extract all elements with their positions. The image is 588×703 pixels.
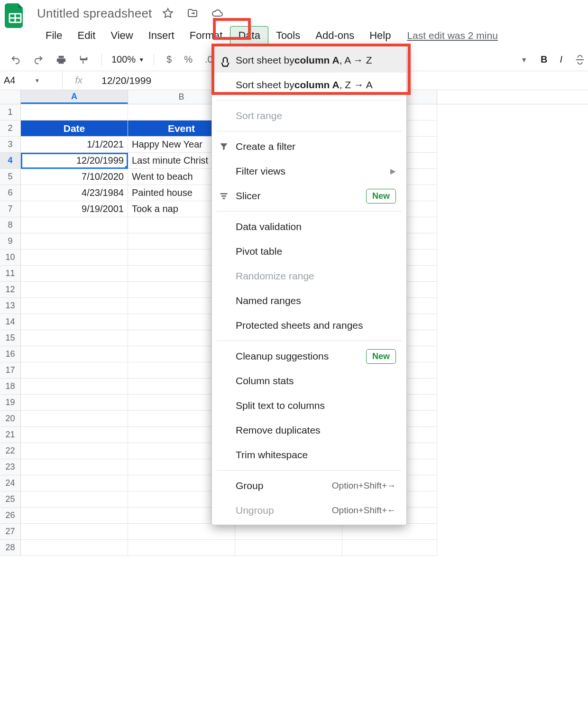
menu-cleanup-suggestions[interactable]: Cleanup suggestionsNew: [212, 344, 406, 369]
menu-data-validation[interactable]: Data validation: [212, 214, 406, 239]
sheets-logo[interactable]: [5, 3, 26, 28]
menu-pivot-table[interactable]: Pivot table: [212, 239, 406, 264]
menu-addons[interactable]: Add-ons: [308, 27, 362, 45]
cell[interactable]: [21, 491, 128, 508]
cell[interactable]: [128, 540, 235, 556]
cell[interactable]: [21, 508, 128, 524]
strike-button[interactable]: [572, 53, 588, 67]
row-header[interactable]: 8: [0, 217, 21, 233]
row-header[interactable]: 19: [0, 395, 21, 411]
row-header[interactable]: 14: [0, 314, 21, 330]
menu-filter-views[interactable]: Filter views▶: [212, 159, 406, 184]
italic-button[interactable]: I: [557, 52, 565, 67]
select-all-corner[interactable]: [0, 90, 21, 104]
menu-create-filter[interactable]: Create a filter: [212, 134, 406, 159]
zoom-select[interactable]: 100%▼: [111, 54, 144, 65]
cell[interactable]: 7/10/2020: [21, 169, 128, 185]
cell[interactable]: [21, 314, 128, 330]
cloud-status-icon[interactable]: [211, 8, 224, 19]
percent-button[interactable]: %: [181, 52, 195, 67]
row-header[interactable]: 28: [0, 540, 21, 556]
undo-button[interactable]: [8, 53, 24, 67]
move-folder-icon[interactable]: [187, 8, 198, 19]
menu-remove-duplicates[interactable]: Remove duplicates: [212, 418, 406, 443]
row-header[interactable]: 6: [0, 185, 21, 201]
row-header[interactable]: 13: [0, 298, 21, 314]
cell[interactable]: [342, 540, 437, 556]
menu-named-ranges[interactable]: Named ranges: [212, 288, 406, 313]
row-header[interactable]: 27: [0, 524, 21, 540]
row-header[interactable]: 15: [0, 330, 21, 346]
row-header[interactable]: 22: [0, 443, 21, 459]
menu-column-stats[interactable]: Column stats: [212, 369, 406, 393]
cell[interactable]: Date: [21, 120, 128, 137]
row-header[interactable]: 26: [0, 508, 21, 524]
row-header[interactable]: 2: [0, 120, 21, 137]
cell[interactable]: [342, 524, 437, 540]
cell[interactable]: [21, 443, 128, 459]
row-header[interactable]: 4: [0, 153, 21, 169]
cell[interactable]: 9/19/2001: [21, 201, 128, 217]
row-header[interactable]: 25: [0, 491, 21, 508]
menu-view[interactable]: View: [103, 27, 140, 45]
paint-format-button[interactable]: [76, 53, 92, 67]
row-header[interactable]: 3: [0, 137, 21, 153]
menu-group[interactable]: GroupOption+Shift+→: [212, 473, 406, 498]
cell[interactable]: 1/1/2021: [21, 137, 128, 153]
cell[interactable]: [21, 540, 128, 556]
row-header[interactable]: 20: [0, 411, 21, 427]
menu-slicer[interactable]: SlicerNew: [212, 184, 406, 208]
menu-tools[interactable]: Tools: [268, 27, 308, 45]
menu-help[interactable]: Help: [362, 27, 398, 45]
fill-handle[interactable]: [125, 166, 128, 169]
cell[interactable]: [21, 298, 128, 314]
cell[interactable]: [235, 524, 342, 540]
cell[interactable]: [21, 217, 128, 233]
menu-protected-sheets[interactable]: Protected sheets and ranges: [212, 313, 406, 338]
cell[interactable]: [21, 330, 128, 346]
cell[interactable]: [21, 427, 128, 443]
doc-title[interactable]: Untitled spreadsheet: [37, 6, 152, 21]
cell[interactable]: [21, 475, 128, 491]
cell[interactable]: [21, 250, 128, 266]
redo-button[interactable]: [30, 53, 46, 67]
row-header[interactable]: 17: [0, 362, 21, 379]
row-header[interactable]: 9: [0, 233, 21, 250]
row-header[interactable]: 11: [0, 266, 21, 282]
bold-button[interactable]: B: [538, 52, 550, 67]
cell[interactable]: 4/23/1984: [21, 185, 128, 201]
cell[interactable]: [21, 379, 128, 395]
cell[interactable]: [21, 104, 128, 120]
menu-format[interactable]: Format: [182, 27, 230, 45]
more-dropdown-icon[interactable]: ▼: [521, 56, 527, 64]
formula-input[interactable]: 12/20/1999: [95, 75, 151, 86]
menu-file[interactable]: File: [38, 27, 70, 45]
cell[interactable]: [21, 362, 128, 379]
menu-insert[interactable]: Insert: [141, 27, 182, 45]
cell[interactable]: [21, 524, 128, 540]
cell[interactable]: [21, 233, 128, 250]
cell-selected[interactable]: 12/20/1999: [21, 153, 128, 169]
row-header[interactable]: 23: [0, 459, 21, 475]
col-header-A[interactable]: A: [21, 90, 128, 104]
row-header[interactable]: 18: [0, 379, 21, 395]
cell[interactable]: [21, 411, 128, 427]
menu-edit[interactable]: Edit: [70, 27, 103, 45]
star-icon[interactable]: [162, 8, 174, 19]
cell[interactable]: [21, 395, 128, 411]
menu-sort-sheet-az[interactable]: Sort sheet by column A, A → Z: [212, 48, 406, 73]
cell[interactable]: [21, 266, 128, 282]
cell[interactable]: [128, 524, 235, 540]
row-header[interactable]: 24: [0, 475, 21, 491]
name-box[interactable]: A4▼: [0, 71, 63, 90]
cell[interactable]: [235, 540, 342, 556]
menu-trim-whitespace[interactable]: Trim whitespace: [212, 443, 406, 467]
row-header[interactable]: 16: [0, 346, 21, 362]
row-header[interactable]: 1: [0, 104, 21, 120]
row-header[interactable]: 5: [0, 169, 21, 185]
cell[interactable]: [21, 282, 128, 298]
row-header[interactable]: 10: [0, 250, 21, 266]
cell[interactable]: [21, 459, 128, 475]
row-header[interactable]: 21: [0, 427, 21, 443]
print-button[interactable]: [53, 53, 69, 67]
